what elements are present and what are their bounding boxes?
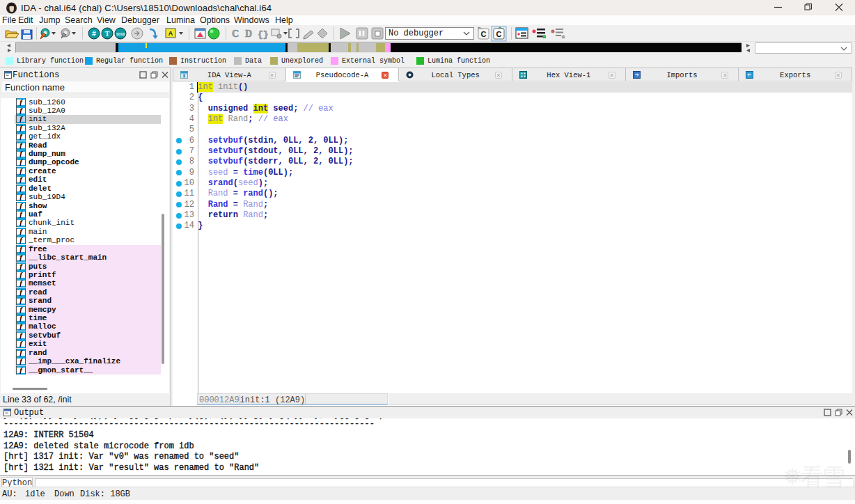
- svg-text:A: A: [168, 30, 173, 37]
- svg-text:1010: 1010: [116, 32, 125, 36]
- svg-text:C: C: [496, 30, 502, 38]
- svg-text:{}: {}: [258, 29, 269, 40]
- svg-text:T: T: [105, 30, 110, 38]
- svg-text:C: C: [232, 29, 239, 39]
- svg-text:D: D: [245, 29, 252, 39]
- svg-text:C: C: [481, 30, 487, 38]
- svg-text:#: #: [92, 30, 96, 38]
